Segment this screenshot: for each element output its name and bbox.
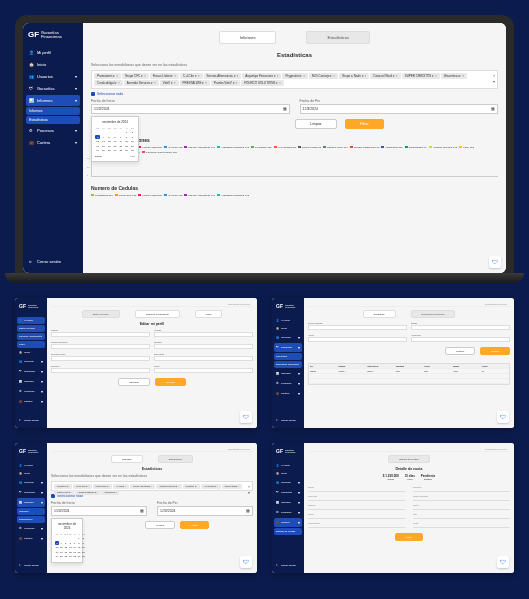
calendar-day[interactable]: 24 [55,555,59,559]
calendar-day[interactable]: 8 [77,541,81,545]
tab[interactable]: Informes [111,455,143,463]
nav-logout[interactable]: ⎋Cerrar sesión [26,256,80,267]
nav-wallet[interactable]: 💼Cartera▾ [26,137,80,148]
calendar-day[interactable]: 4 [59,541,63,545]
dropdown-icon[interactable]: ▾ [493,79,495,84]
filter-chip[interactable]: Crealcobligal ▾ [94,80,123,86]
nav-users[interactable]: 👥Usuarios▾ [274,478,302,487]
nav-sub[interactable]: Cambiar Contraseña [17,333,45,340]
clear-button[interactable]: Limpiar [445,347,475,355]
clear-button[interactable]: Limpiar [295,119,336,129]
calendar-day[interactable]: 12 [64,546,68,550]
nav-sub[interactable]: Garantías [274,353,302,360]
calendar-day[interactable]: 23 [81,550,85,554]
calendar-day[interactable]: 17 [95,144,100,148]
nav-reports[interactable]: 📊Informes▾ [274,498,302,507]
calendar-day[interactable]: 17 [55,550,59,554]
doctype-input[interactable] [51,356,150,361]
nav-guarantees[interactable]: 🛡Garantías▾ [274,488,302,497]
filter-chip[interactable]: SUPER CREDITOS ▾ [402,73,440,79]
select-all-row[interactable]: Seleccionar todo [91,92,498,96]
role-input[interactable] [154,368,253,373]
insured-input[interactable] [411,337,510,342]
entity-multiselect[interactable]: Promotores ▾Grupo CFC ▾Fincas Llobet ▾C+… [91,70,498,89]
nav-profile[interactable]: 👤Mi perfil [26,47,80,58]
calendar-day[interactable]: 26 [107,149,112,153]
calendar-day[interactable]: 15 [77,546,81,550]
nav-reports[interactable]: 📊Informes▾ [26,95,80,106]
tab-reports[interactable]: Informes [219,31,277,44]
create-button[interactable]: Crear [395,533,423,541]
calendar-day[interactable]: 28 [118,149,123,153]
nav-sub[interactable]: Búsqueda avanzada [274,361,302,368]
nav-sub[interactable]: Logo [17,341,45,348]
amount-input[interactable] [308,337,407,342]
calendar-day[interactable]: 14 [118,140,123,144]
nav-processes[interactable]: ⚙Procesos▾ [26,125,80,136]
filter-chip[interactable]: Promotores ▾ [94,73,121,79]
filter-button[interactable]: Filtrar [345,119,384,129]
address-input[interactable] [51,368,150,373]
filter-chip[interactable]: Catacrol Work ▾ [370,73,400,79]
filter-chip[interactable]: C+LCfm ▾ [180,73,203,79]
nav-guarantees[interactable]: 🛡Garantías▾ [17,367,45,376]
nav-profile[interactable]: 👤Mi perfil [274,317,302,324]
calendar-day[interactable]: 10 [55,546,59,550]
tab[interactable]: Cambiar Contraseña [135,310,180,318]
nav-guarantees[interactable]: 🛡Garantías▾ [274,343,302,352]
calendar-day[interactable]: 24 [95,149,100,153]
date-from-input[interactable]: 11/3/2024▦ [91,104,290,114]
nav-home[interactable]: 🏠Inicio [17,470,45,477]
name-input[interactable] [51,332,150,337]
cancel-button[interactable]: Cancelar [118,378,150,386]
calendar-day[interactable]: 5 [107,135,112,139]
clear-button[interactable]: Limpiar [145,521,175,529]
status-input[interactable] [411,325,510,330]
calendar-day[interactable]: 13 [69,546,73,550]
search-button[interactable]: Buscar [480,347,510,355]
nav-logout[interactable]: ⎋Cerrar sesión [17,562,45,569]
email-input[interactable] [51,344,150,349]
nav-processes[interactable]: ⚙Procesos▾ [17,524,45,533]
calendar-day[interactable]: 25 [59,555,63,559]
filter-chip[interactable]: FOURCO SOLUTIONS ▾ [241,80,284,86]
nav-profile[interactable]: 👤Mi perfil [17,462,45,469]
calendar-day[interactable]: 12 [107,140,112,144]
calendar-day[interactable]: 29 [77,555,81,559]
type-input[interactable] [308,325,407,330]
save-button[interactable]: Guardar [155,378,186,386]
calendar-day[interactable]: 19 [64,550,68,554]
calendar-day[interactable]: 23 [130,144,135,148]
calendar-day[interactable]: 4 [101,135,106,139]
nav-home[interactable]: 🏠Inicio [274,325,302,332]
nav-sub[interactable]: Detalle de cuotas [274,528,302,535]
nav-reports[interactable]: 📊Informes▾ [17,377,45,386]
phone-input[interactable] [154,344,253,349]
calendar-day[interactable]: 28 [73,555,77,559]
calendar-popup[interactable]: noviembre de 2024 dolumamijuvisá12345678… [91,116,139,162]
nav-reports-sub[interactable]: Informes [26,107,80,115]
nav-logout[interactable]: ⎋Cerrar sesión [17,417,45,424]
calendar-day[interactable]: 16 [130,140,135,144]
filter-chip[interactable]: Acreedo Services ▾ [124,80,159,86]
calendar-day[interactable]: 2 [81,537,85,541]
nav-wallet[interactable]: 💼Cartera▾ [17,534,45,543]
nav-sub[interactable]: Estadísticas [17,516,45,523]
entity-multiselect[interactable]: Promotores ▾Grupo CFC ▾Fincas Llobet ▾C+… [51,481,253,491]
nav-sub[interactable]: Informes [17,508,45,515]
calendar-day[interactable]: 7 [118,135,123,139]
nav-guarantees[interactable]: 🛡Garantías▾ [26,83,80,94]
calendar-day[interactable]: 1 [124,131,129,135]
tab[interactable]: Detalle de cuotas [388,455,429,463]
tab-stats[interactable]: Estadísticas [306,31,370,44]
calendar-day[interactable]: 20 [112,144,117,148]
calendar-day[interactable]: 3 [95,135,100,139]
date-from[interactable]: 11/3/2024▦ [51,506,147,516]
filter-chip[interactable]: Servais Alternativos ▾ [204,73,242,79]
nav-wallet[interactable]: 💼Cartera▾ [274,518,302,527]
calendar-day[interactable]: 11 [101,140,106,144]
calendar-day[interactable]: 6 [112,135,117,139]
calendar-day[interactable]: 7 [73,541,77,545]
calendar-day[interactable]: 20 [69,550,73,554]
tab[interactable]: Logo [195,310,223,318]
